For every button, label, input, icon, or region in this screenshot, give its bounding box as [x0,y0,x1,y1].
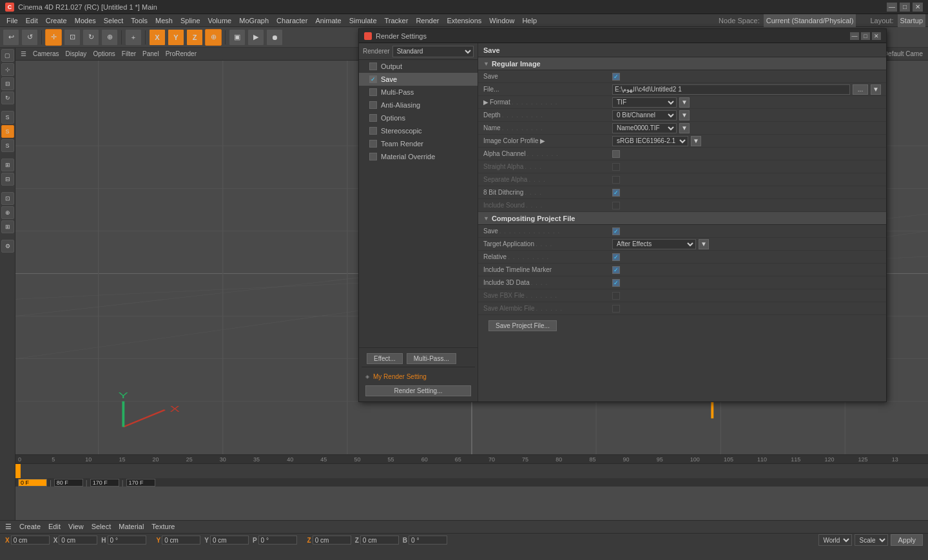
apply-button[interactable]: Apply [891,534,923,546]
rs-ri-icp-arrow[interactable]: ▼ [691,136,701,146]
rs-nav-options-checkbox[interactable] [369,114,377,122]
lt-selection[interactable]: ▢ [1,49,14,62]
z2-pos-input[interactable] [360,536,399,545]
rs-comp-save-project-button[interactable]: Save Project File... [488,320,557,331]
rs-ri-depth-arrow[interactable]: ▼ [679,110,690,121]
world-select[interactable]: World [818,534,852,546]
rs-nav-save-checkbox[interactable]: ✓ [369,75,377,83]
rs-ri-format-select[interactable]: TIF [612,97,677,108]
rs-nav-save[interactable]: ✓ Save [359,73,478,86]
lt-s2[interactable]: S [1,125,14,138]
rs-nav-antialiasing-checkbox[interactable] [369,101,377,109]
rs-ri-file-browse[interactable]: ... [853,84,868,95]
menu-select[interactable]: Select [100,14,128,27]
timeline-playhead[interactable] [15,464,21,478]
menu-help[interactable]: Help [518,14,541,27]
rs-nav-stereoscopic-checkbox[interactable] [369,127,377,135]
rs-ri-format-arrow[interactable]: ▼ [679,97,690,108]
rs-ri-file-arrow[interactable]: ▼ [871,84,881,95]
bm-material[interactable]: Material [116,523,146,530]
menu-tracker[interactable]: Tracker [381,14,412,27]
menu-animate[interactable]: Animate [311,14,345,27]
rs-minimize-button[interactable]: — [850,32,859,40]
menu-file[interactable]: File [3,14,22,27]
menu-volume[interactable]: Volume [204,14,236,27]
rs-nav-options[interactable]: Options [359,111,478,124]
lt-sym[interactable]: ⊕ [1,206,14,219]
global-axis-button[interactable]: ⊕ [205,29,222,46]
h-input[interactable] [108,536,146,545]
y-axis-button[interactable]: Y [168,29,184,46]
rs-renderer-select[interactable]: Standard [392,46,474,57]
rs-ri-alpha-checkbox[interactable] [612,150,620,158]
end-frame-input[interactable] [54,479,83,487]
add-button[interactable]: + [125,29,142,46]
bm-view[interactable]: View [66,523,86,530]
vt-options[interactable]: Filter [119,50,139,57]
menu-modes[interactable]: Modes [71,14,100,27]
menu-tools[interactable]: Tools [127,14,151,27]
render-preview-button[interactable]: ▶ [247,29,264,46]
render-button[interactable]: ⏺ [266,29,283,46]
rs-ri-file-input[interactable] [612,84,850,95]
vt-cameras[interactable]: Display [63,50,90,57]
menu-create[interactable]: Create [42,14,71,27]
rs-nav-teamrender[interactable]: Team Render [359,137,478,150]
menu-mograph[interactable]: MoGraph [235,14,273,27]
current-frame-input[interactable] [18,479,47,487]
rs-comp-save-checkbox[interactable]: ✓ [612,227,620,235]
menu-render[interactable]: Render [412,14,443,27]
y-pos-input[interactable] [162,536,200,545]
maximize-button[interactable]: □ [900,3,910,12]
bm-edit[interactable]: Edit [46,523,63,530]
vt-view[interactable]: Cameras [30,50,62,57]
bm-menu-icon[interactable]: ☰ [3,523,14,531]
rs-maximize-button[interactable]: □ [861,32,870,40]
minimize-button[interactable]: — [887,3,897,12]
lt-grid[interactable]: ⊞ [1,159,14,171]
vt-panel[interactable]: ProRender [163,50,199,57]
undo-button[interactable]: ↩ [3,29,19,46]
rotate-tool-button[interactable]: ↻ [82,29,99,46]
rs-comp-target-arrow[interactable]: ▼ [699,239,709,249]
rs-ri-name-select[interactable]: Name0000.TIF [612,123,677,133]
scale-tool-button[interactable]: ⊡ [64,29,81,46]
bm-create[interactable]: Create [17,523,43,530]
rs-nav-multipass[interactable]: Multi-Pass [359,86,478,99]
timeline-track[interactable] [15,464,928,478]
rs-effect-button[interactable]: Effect... [367,353,403,364]
vt-filter[interactable]: Panel [140,50,162,57]
scale-select[interactable]: Scale [855,534,888,546]
p-input[interactable] [258,536,297,545]
rs-ri-depth-select[interactable]: 0 Bit/Channel [612,110,677,121]
rs-comp-3d-checkbox[interactable]: ✓ [612,279,620,287]
rs-nav-teamrender-checkbox[interactable] [369,140,377,148]
y2-pos-input[interactable] [210,536,249,545]
rs-nav-stereoscopic[interactable]: Stereoscopic [359,124,478,137]
rs-comp-target-select[interactable]: After Effects [612,239,696,249]
rs-regular-image-header[interactable]: ▼ Regular Image [478,57,886,70]
x2-pos-input[interactable] [59,536,97,545]
z-axis-button[interactable]: Z [186,29,203,46]
z-pos-input[interactable] [313,536,351,545]
rs-nav-antialiasing[interactable]: Anti-Aliasing [359,99,478,111]
menu-mesh[interactable]: Mesh [151,14,177,27]
bm-texture[interactable]: Texture [149,523,177,530]
lt-settings[interactable]: ⚙ [1,240,14,253]
viewport-toggle-button[interactable]: ▣ [229,29,246,46]
rs-multipass-button[interactable]: Multi-Pass... [407,353,456,364]
menu-extensions[interactable]: Extensions [443,14,485,27]
vt-menu-icon[interactable]: ☰ [18,50,29,57]
rs-ri-save-checkbox[interactable]: ✓ [612,73,620,81]
lt-move[interactable]: ⊹ [1,63,14,76]
lt-knife[interactable]: ⊞ [1,220,14,233]
rs-compositing-header[interactable]: ▼ Compositing Project File [478,212,886,225]
rs-render-setting-button[interactable]: Render Setting... [365,385,471,396]
lt-bool[interactable]: ⊡ [1,192,14,205]
menu-window[interactable]: Window [485,14,518,27]
frame-range-input[interactable] [90,479,119,487]
vt-display[interactable]: Options [90,50,117,57]
menu-edit[interactable]: Edit [22,14,42,27]
lt-s3[interactable]: S [1,139,14,152]
rs-nav-output-checkbox[interactable] [369,63,377,70]
